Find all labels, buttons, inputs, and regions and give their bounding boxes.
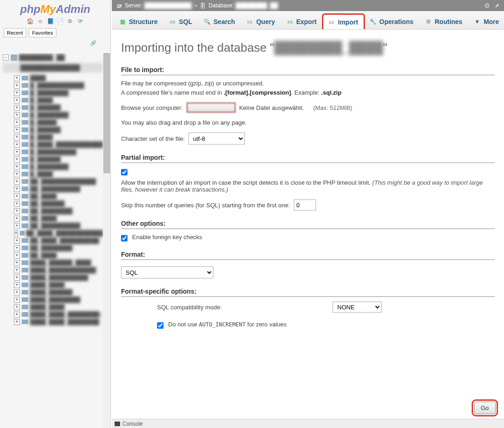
- expand-icon[interactable]: +: [14, 230, 18, 236]
- expand-icon[interactable]: +: [14, 319, 20, 325]
- expand-icon[interactable]: +: [14, 297, 20, 303]
- exit-icon[interactable]: ⬈: [495, 2, 499, 9]
- tree-table-item[interactable]: +█_████: [3, 133, 103, 141]
- tree-table-item[interactable]: +█_████████: [3, 111, 103, 119]
- tab-sql[interactable]: ▭SQL: [164, 14, 198, 29]
- tab-query[interactable]: ▭Query: [241, 14, 281, 29]
- expand-icon[interactable]: +: [14, 120, 20, 126]
- page-settings-icon[interactable]: ⚙: [484, 2, 490, 9]
- tree-table-item[interactable]: +█_██████: [3, 156, 103, 163]
- expand-icon[interactable]: +: [14, 186, 20, 192]
- no-autoincrement-checkbox[interactable]: [157, 322, 164, 329]
- expand-icon[interactable]: +: [14, 134, 20, 140]
- tree-table-item[interactable]: +██_████_██████████: [3, 237, 103, 244]
- file-input-button[interactable]: [187, 102, 236, 113]
- charset-select[interactable]: utf-8: [188, 133, 245, 145]
- expand-icon[interactable]: +: [14, 304, 20, 310]
- tree-table-item[interactable]: +████_████: [3, 303, 103, 311]
- settings-icon[interactable]: ⚙: [67, 18, 73, 24]
- tab-routines[interactable]: ⚙Routines: [419, 14, 468, 29]
- tree-table-item[interactable]: +██_████: [3, 252, 103, 259]
- expand-icon[interactable]: +: [14, 253, 20, 259]
- tree-table-item[interactable]: +█_████████████: [3, 82, 103, 89]
- tree-table-item[interactable]: +██_██████████: [3, 185, 103, 193]
- expand-icon[interactable]: +: [14, 193, 20, 199]
- tree-table-item[interactable]: +████_████: [3, 281, 103, 289]
- expand-icon[interactable]: +: [14, 282, 20, 288]
- tree-table-item[interactable]: +██_████_████████████: [3, 229, 103, 237]
- tab-structure[interactable]: ▦Structure: [114, 14, 164, 29]
- tree-table-item[interactable]: +█_████████: [3, 163, 103, 170]
- tree-table-item[interactable]: +█_██████: [3, 126, 103, 133]
- expand-icon[interactable]: +: [14, 238, 20, 244]
- home-icon[interactable]: 🏠: [27, 18, 33, 24]
- tree-table-item[interactable]: +█_█████: [3, 119, 103, 126]
- recent-button[interactable]: Recent: [4, 28, 26, 37]
- format-select[interactable]: SQL: [121, 266, 213, 278]
- tree-table-item[interactable]: +█_████: [3, 170, 103, 178]
- expand-icon[interactable]: +: [14, 312, 20, 318]
- expand-icon[interactable]: +: [14, 216, 20, 222]
- collapse-icon[interactable]: −: [3, 54, 9, 60]
- expand-icon[interactable]: +: [14, 267, 20, 273]
- tree-table-item[interactable]: +█_████: [3, 96, 103, 104]
- expand-icon[interactable]: +: [14, 171, 20, 177]
- tab-import[interactable]: ▭Import: [323, 14, 364, 30]
- go-button[interactable]: Go: [474, 402, 496, 414]
- tree-table-item[interactable]: +██_████: [3, 215, 103, 222]
- expand-icon[interactable]: +: [14, 97, 20, 103]
- expand-icon[interactable]: +: [14, 164, 20, 170]
- logout-icon[interactable]: ⎋: [37, 18, 43, 24]
- expand-icon[interactable]: +: [14, 208, 20, 214]
- expand-icon[interactable]: +: [14, 149, 20, 155]
- expand-icon[interactable]: +: [14, 275, 20, 281]
- expand-icon[interactable]: +: [14, 142, 20, 148]
- tree-table-item[interactable]: +█_██████: [3, 104, 103, 111]
- expand-icon[interactable]: +: [14, 260, 20, 266]
- tree-table-item[interactable]: +████_████_████████: [3, 318, 103, 326]
- tree-table-item[interactable]: +██_████: [3, 193, 103, 200]
- skip-input[interactable]: [294, 199, 316, 211]
- expand-icon[interactable]: +: [14, 223, 20, 229]
- tree-table-item[interactable]: +████_██████: [3, 289, 103, 296]
- tree-table-item[interactable]: +██_██████████: [3, 222, 103, 229]
- tree-table-item[interactable]: +█_████_████████████: [3, 141, 103, 148]
- tab-operations[interactable]: 🔧Operations: [364, 14, 419, 29]
- tree-table-item[interactable]: +█_████████: [3, 89, 103, 96]
- tree-table-item[interactable]: +██_████████: [3, 207, 103, 215]
- expand-icon[interactable]: +: [14, 127, 20, 133]
- tree-table-item[interactable]: +█_██████████: [3, 148, 103, 156]
- tree-table-item[interactable]: +██_████████: [3, 244, 103, 252]
- tab-more[interactable]: ▼More: [468, 14, 504, 29]
- tree-table-item[interactable]: +██_██████: [3, 200, 103, 207]
- tree-table-item[interactable]: +████_██████_████: [3, 259, 103, 266]
- sidebar-scrollbar[interactable]: [103, 53, 110, 428]
- foreign-key-checkbox[interactable]: [121, 235, 128, 241]
- expand-icon[interactable]: +: [14, 157, 20, 163]
- compat-select[interactable]: NONE: [333, 301, 382, 313]
- tree-table-item[interactable]: +████_████_████████s: [3, 311, 103, 318]
- expand-icon[interactable]: +: [14, 105, 20, 111]
- expand-icon[interactable]: +: [14, 179, 20, 185]
- expand-icon[interactable]: +: [14, 201, 20, 207]
- expand-icon[interactable]: +: [14, 75, 20, 81]
- expand-icon[interactable]: +: [14, 90, 20, 96]
- allow-interrupt-checkbox[interactable]: [121, 169, 128, 175]
- favorites-button[interactable]: Favorites: [29, 28, 56, 37]
- tree-table-item[interactable]: +████_████████: [3, 296, 103, 303]
- expand-icon[interactable]: +: [14, 83, 20, 89]
- console-bar[interactable]: Console: [112, 419, 504, 428]
- link-icon[interactable]: 🔗: [0, 39, 110, 47]
- expand-icon[interactable]: +: [14, 245, 20, 251]
- tree-table-item[interactable]: +████: [3, 74, 103, 82]
- tree-table-item[interactable]: +████_██████████: [3, 274, 103, 281]
- expand-icon[interactable]: +: [14, 112, 20, 118]
- expand-icon[interactable]: +: [14, 289, 20, 295]
- tab-export[interactable]: ▭Export: [281, 14, 322, 29]
- reload-icon[interactable]: ⟳: [77, 18, 84, 24]
- tab-search[interactable]: 🔍Search: [198, 14, 241, 29]
- tree-db-selected[interactable]: ██████████████: [3, 63, 103, 72]
- sql-icon[interactable]: 📄: [57, 18, 63, 24]
- tree-table-item[interactable]: +████_████████████: [3, 266, 103, 274]
- scroll-thumb[interactable]: [103, 53, 110, 173]
